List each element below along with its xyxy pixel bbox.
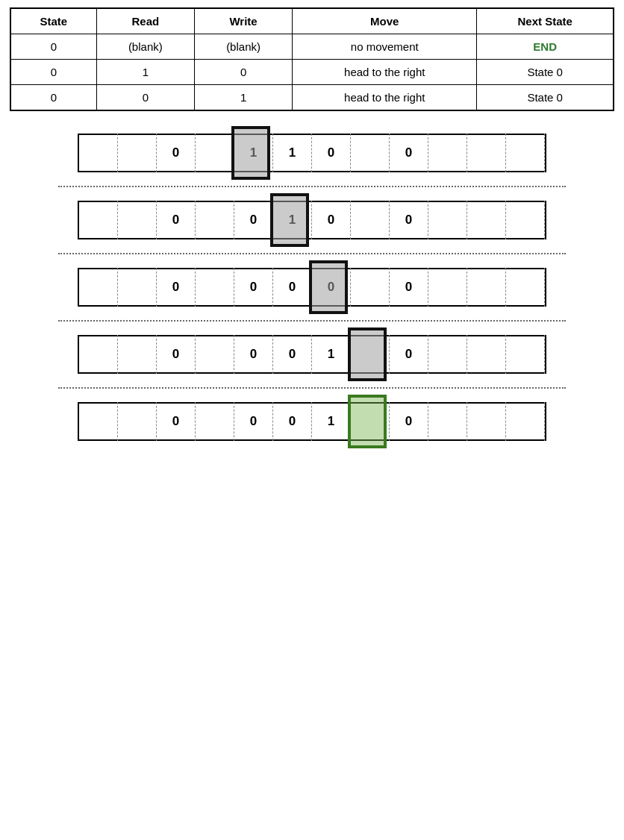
table-cell-read: (blank) [96,34,194,60]
tape-cell [118,134,157,172]
tape-cell: 0 [312,134,351,172]
tape-cell [467,201,506,239]
table-cell-state: 0 [10,60,96,85]
tape-cell [506,201,545,239]
tape-cell: 0 [234,268,273,307]
tape-cell [428,335,467,374]
tape-cell: 1 [234,134,273,172]
tape-cell [79,134,118,172]
tape-cell [79,335,118,374]
tape-cell [118,402,157,441]
table-cell-next_state: State 0 [477,60,614,85]
tape-3: 00010 [78,335,546,374]
tape-cell: 0 [157,335,196,374]
tape-cell [428,134,467,172]
tape-cell: 0 [234,201,273,239]
tape-1: 00100 [78,201,546,239]
tape-cell: 0 [390,134,428,172]
tape-cell [351,201,390,239]
tape-wrapper-0: 01100 [78,134,546,172]
tape-cell [506,268,545,307]
tape-cell: 0 [390,402,428,441]
tape-cell [467,268,506,307]
tape-cell: 0 [273,268,312,307]
col-header-next-state: Next State [477,8,614,34]
tape-cell [196,402,234,441]
tape-cell [351,268,390,307]
tape-wrapper-2: 00000 [78,268,546,307]
col-header-write: Write [194,8,292,34]
table-row: 010head to the rightState 0 [10,60,614,85]
tape-separator [58,320,566,322]
table-cell-move: head to the right [293,60,477,85]
table-cell-write: 1 [194,85,292,111]
tape-wrapper-1: 00100 [78,201,546,239]
tape-2: 00000 [78,268,546,307]
table-row: 0(blank)(blank)no movementEND [10,34,614,60]
tape-section-3: 00010 [7,335,617,374]
tape-cell: 1 [273,201,312,239]
tape-cell: 0 [390,201,428,239]
tape-cell: 0 [157,134,196,172]
tape-cell [351,402,390,441]
tape-cell [196,268,234,307]
tape-cell: 0 [273,335,312,374]
tape-cell: 1 [312,335,351,374]
table-cell-read: 1 [96,60,194,85]
tape-cell [467,402,506,441]
table-cell-state: 0 [10,34,96,60]
tape-section-2: 00000 [7,268,617,307]
tape-4: 00010 [78,402,546,441]
tape-cell [467,335,506,374]
tape-cell: 0 [157,402,196,441]
table-cell-write: 0 [194,60,292,85]
tape-wrapper-4: 00010 [78,402,546,441]
transition-table: State Read Write Move Next State 0(blank… [10,7,614,111]
tape-cell [79,402,118,441]
tape-separator [58,186,566,187]
tape-cell [351,335,390,374]
tape-cell [118,201,157,239]
tape-cell: 0 [390,268,428,307]
tape-cell [118,268,157,307]
tape-cell: 0 [157,201,196,239]
tape-cell: 0 [312,201,351,239]
tape-separator [58,387,566,389]
table-row: 001head to the rightState 0 [10,85,614,111]
tape-section-4: 00010 [7,402,617,441]
tape-cell [428,402,467,441]
table-cell-next_state: END [477,34,614,60]
tape-cell [506,335,545,374]
tape-cell [196,201,234,239]
tape-0: 01100 [78,134,546,172]
tape-separator [58,253,566,254]
table-cell-state: 0 [10,85,96,111]
tape-section-0: 01100 [7,134,617,172]
table-cell-write: (blank) [194,34,292,60]
tape-section-1: 00100 [7,201,617,239]
tape-cell [79,201,118,239]
tape-cell [351,134,390,172]
tape-cell [196,335,234,374]
table-cell-read: 0 [96,85,194,111]
tape-cell: 0 [234,335,273,374]
tape-cell [196,134,234,172]
tape-cell: 0 [234,402,273,441]
col-header-read: Read [96,8,194,34]
tape-cell [79,268,118,307]
tape-cell: 1 [312,402,351,441]
tape-cell [506,134,545,172]
table-cell-next_state: State 0 [477,85,614,111]
tape-wrapper-3: 00010 [78,335,546,374]
tape-cell: 0 [390,335,428,374]
tape-cell: 0 [312,268,351,307]
tape-cell: 1 [273,134,312,172]
tape-cell [118,335,157,374]
tape-cell [506,402,545,441]
tapes-container: 0110000100000000001000010 [7,134,617,441]
table-cell-move: head to the right [293,85,477,111]
tape-cell [467,134,506,172]
tape-cell: 0 [273,402,312,441]
table-cell-move: no movement [293,34,477,60]
tape-cell [428,268,467,307]
